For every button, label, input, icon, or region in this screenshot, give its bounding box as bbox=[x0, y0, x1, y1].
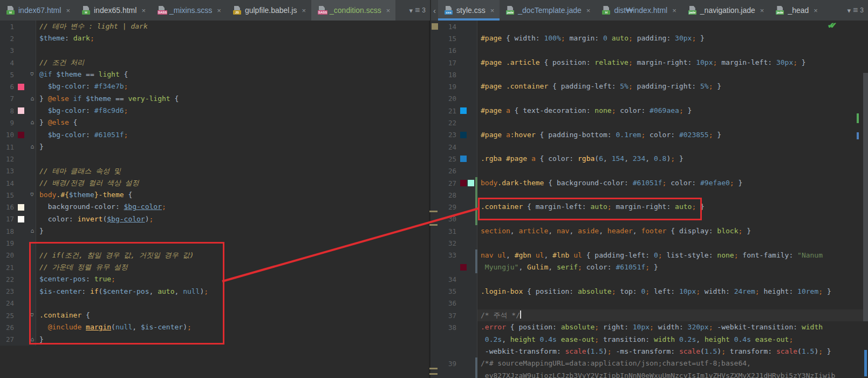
tab-close-icon[interactable]: × bbox=[217, 6, 221, 15]
code-text[interactable]: body.#{$theme}-theme { bbox=[36, 189, 429, 201]
color-swatch[interactable] bbox=[18, 216, 24, 222]
code-text[interactable] bbox=[477, 213, 868, 225]
code-text[interactable]: nav ul, #gbn ul, #lnb ul { padding-left:… bbox=[477, 249, 868, 261]
code-text[interactable] bbox=[477, 117, 868, 129]
code-text[interactable]: color: invert($bg-color); bbox=[36, 213, 429, 225]
code-text[interactable]: // 배경/전경 컬러 색상 설정 bbox=[36, 177, 429, 189]
color-swatch[interactable] bbox=[18, 84, 24, 90]
tab--condition-scss[interactable]: SASS_condition.scss× bbox=[311, 0, 395, 21]
color-swatch[interactable] bbox=[460, 132, 467, 138]
tab--mixins-scss[interactable]: SASS_mixins.scss× bbox=[151, 0, 227, 21]
code-text[interactable] bbox=[477, 298, 868, 309]
code-text[interactable] bbox=[477, 93, 868, 105]
tab-close-icon[interactable]: × bbox=[586, 6, 591, 15]
code-text[interactable]: /*# sourceMappingURL=data:application/js… bbox=[477, 357, 868, 369]
code-fold-icon[interactable]: ⌂ bbox=[30, 312, 34, 319]
color-swatch[interactable] bbox=[18, 204, 24, 211]
color-swatch[interactable] bbox=[18, 107, 24, 114]
code-text[interactable] bbox=[36, 237, 429, 249]
code-fold-icon[interactable]: ⌂ bbox=[30, 227, 34, 234]
code-fold-icon[interactable]: ⌂ bbox=[30, 143, 34, 150]
code-text[interactable]: ey827XJzaW9uIjozLCJzb3VyY2VzIjpbInNnN0eW… bbox=[477, 370, 868, 378]
tab-index67-html[interactable]: Hindex67.html× bbox=[0, 0, 76, 21]
tab-overflow-controls[interactable]: ▾≡3 bbox=[405, 0, 430, 21]
code-text[interactable] bbox=[477, 45, 868, 57]
code-text[interactable] bbox=[477, 165, 868, 177]
code-text[interactable]: } @else if $theme == very-light { bbox=[36, 93, 429, 105]
code-text[interactable] bbox=[36, 298, 429, 309]
code-text[interactable]: // 조건 처리 bbox=[36, 57, 429, 69]
tab-close-icon[interactable]: × bbox=[386, 6, 391, 15]
code-text[interactable]: } bbox=[36, 334, 429, 346]
color-swatch[interactable] bbox=[460, 264, 467, 271]
code-text[interactable]: -webkit-transform: scale(1.5); -ms-trans… bbox=[477, 346, 868, 357]
code-text[interactable]: @include margin(null, $is-center); bbox=[36, 321, 429, 333]
code-text[interactable]: // if(조건, 참일 경우 값, 거짓일 경우 값) bbox=[36, 249, 429, 261]
code-text[interactable] bbox=[477, 237, 868, 249]
code-text[interactable]: // 테마 변수 : light | dark bbox=[36, 21, 429, 32]
color-swatch[interactable] bbox=[468, 180, 474, 186]
code-text[interactable] bbox=[477, 69, 868, 80]
code-text[interactable]: } bbox=[36, 225, 429, 237]
code-text[interactable]: .container { bbox=[36, 309, 429, 321]
code-text[interactable] bbox=[36, 153, 429, 165]
tab-close-icon[interactable]: × bbox=[760, 6, 764, 15]
code-text[interactable]: body.dark-theme { background-color: #610… bbox=[477, 177, 868, 189]
code-text[interactable]: #page a:hover { padding-bottom: 0.1rem; … bbox=[477, 129, 868, 141]
chevron-down-icon[interactable]: ▾ bbox=[847, 6, 851, 15]
code-text[interactable]: $bg-color: #f34e7b; bbox=[36, 80, 429, 92]
code-text[interactable] bbox=[477, 141, 868, 153]
tab-close-icon[interactable]: × bbox=[141, 6, 146, 15]
tab-close-icon[interactable]: × bbox=[672, 6, 676, 15]
code-text[interactable] bbox=[477, 273, 868, 285]
code-fold-icon[interactable]: ⌂ bbox=[30, 336, 34, 343]
color-swatch[interactable] bbox=[460, 180, 467, 186]
code-fold-icon[interactable]: ⌂ bbox=[30, 71, 34, 78]
chevron-down-icon[interactable]: ▾ bbox=[409, 6, 413, 15]
scroll-tabs-left-chevron[interactable]: ‹ bbox=[431, 6, 438, 15]
code-text[interactable]: .rgba #page a { color: rgba(6, 154, 234,… bbox=[477, 153, 868, 165]
color-swatch[interactable] bbox=[432, 23, 438, 30]
tab-close-icon[interactable]: × bbox=[66, 6, 70, 15]
code-text[interactable]: background-color: $bg-color; bbox=[36, 201, 429, 213]
code-text[interactable]: #page { width: 100%; margin: 0 auto; pad… bbox=[477, 32, 868, 44]
tab-index65-html[interactable]: Hindex65.html× bbox=[76, 0, 151, 21]
tab-close-icon[interactable]: × bbox=[490, 6, 495, 15]
tab--head[interactable]: jade_head× bbox=[769, 0, 823, 21]
code-text[interactable]: 0.2s, height 0.4s ease-out; transition: … bbox=[477, 334, 868, 346]
code-text[interactable]: @if $theme == light { bbox=[36, 69, 429, 80]
code-text[interactable]: $theme: dark; bbox=[36, 32, 429, 44]
code-fold-icon[interactable]: ⌂ bbox=[30, 95, 34, 102]
code-text[interactable]: section, article, nav, aside, header, fo… bbox=[477, 225, 868, 237]
code-text[interactable]: // 가운데 정렬 유무 설정 bbox=[36, 261, 429, 273]
code-text[interactable]: } bbox=[36, 141, 429, 153]
code-text[interactable]: /* 주석 */ bbox=[477, 309, 868, 321]
color-swatch[interactable] bbox=[460, 107, 467, 114]
code-text[interactable]: #page a { text-decoration: none; color: … bbox=[477, 105, 868, 117]
code-text[interactable] bbox=[477, 21, 868, 32]
tab--navigation-jade[interactable]: jade_navigation.jade× bbox=[682, 0, 770, 21]
tab-gulpfile-babel-js[interactable]: JSgulpfile.babel.js× bbox=[227, 0, 311, 21]
code-text[interactable]: #page .container { padding-left: 5%; pad… bbox=[477, 80, 868, 92]
tab-dist-index-html[interactable]: Hdist₩index.html× bbox=[596, 0, 681, 21]
code-text[interactable]: .container { margin-left: auto; margin-r… bbox=[477, 201, 868, 213]
code-text[interactable]: $bg-color: #f8c9d6; bbox=[36, 105, 429, 117]
code-fold-icon[interactable]: ⌂ bbox=[30, 191, 34, 198]
code-text[interactable]: $center-pos: true; bbox=[36, 273, 429, 285]
color-swatch[interactable] bbox=[460, 156, 467, 162]
code-text[interactable]: $is-center: if($center-pos, auto, null); bbox=[36, 286, 429, 298]
code-text[interactable]: #page .article { position: relative; mar… bbox=[477, 57, 868, 69]
tab-list-icon[interactable]: ≡ bbox=[415, 5, 420, 15]
code-text[interactable]: } @else { bbox=[36, 117, 429, 129]
tab-close-icon[interactable]: × bbox=[814, 6, 818, 15]
tab-close-icon[interactable]: × bbox=[302, 6, 306, 15]
tab-style-css[interactable]: cssstyle.css× bbox=[438, 0, 500, 21]
color-swatch[interactable] bbox=[18, 132, 24, 138]
code-text[interactable]: $bg-color: #61051f; bbox=[36, 129, 429, 141]
tab-overflow-controls[interactable]: ▾≡3 bbox=[843, 0, 868, 21]
code-fold-icon[interactable]: ⌂ bbox=[30, 119, 34, 126]
tab-list-icon[interactable]: ≡ bbox=[853, 5, 858, 15]
code-text[interactable]: // 테마 클래스 속성 및 bbox=[36, 165, 429, 177]
code-text[interactable]: .error { position: absolute; right: 10px… bbox=[477, 321, 868, 333]
code-text[interactable] bbox=[36, 45, 429, 57]
